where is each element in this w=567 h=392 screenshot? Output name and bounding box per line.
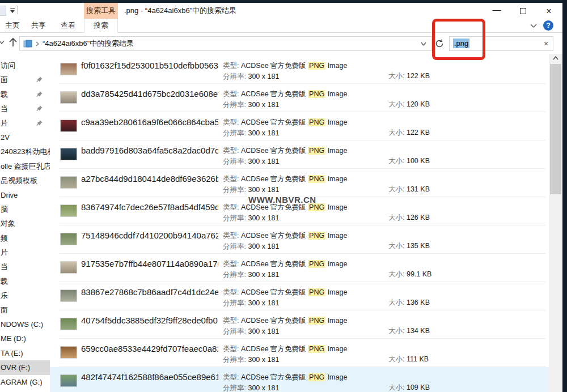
size-value: 99.1 KB (407, 270, 431, 278)
resolution-label: 分辨率: (223, 73, 246, 80)
file-name: f0f01632f15d253001b510defbb0563... (81, 61, 218, 70)
type-suffix: Image (328, 62, 348, 70)
search-results-folder-icon (23, 40, 32, 48)
type-suffix: Image (328, 175, 348, 183)
sidebar-item[interactable]: 面 (0, 303, 50, 317)
sidebar-item[interactable]: 对象 (0, 216, 50, 231)
sidebar-item[interactable]: 品视频模板 (0, 173, 50, 188)
file-row[interactable]: 482f47474f162588f86ae055ce89e61c...类型: A… (50, 367, 549, 392)
recent-locations-chevron-icon[interactable] (0, 40, 5, 45)
sidebar-item[interactable]: 当 (0, 259, 50, 274)
sidebar-item-label: 访问 (1, 61, 15, 70)
type-label: 类型: (223, 260, 239, 268)
file-name: dd3a785425d41d675bc2d031e608ef... (81, 89, 218, 99)
sidebar-item[interactable]: 频 (0, 231, 50, 245)
file-resolution-line: 分辨率: 300 x 181 (223, 128, 347, 139)
type-label: 类型: (223, 175, 239, 183)
quick-access-dropdown-icon[interactable] (9, 7, 16, 14)
type-highlight: PNG (308, 345, 325, 353)
type-label: 类型: (223, 288, 239, 296)
sidebar-item[interactable]: olle 盗摄巨乳店 (0, 159, 50, 173)
sidebar-item-label: NDOWS (C:) (1, 320, 43, 329)
help-icon[interactable]: ? (543, 20, 553, 31)
sidebar-item[interactable]: 片 (0, 245, 50, 259)
minimize-button[interactable]: — (489, 6, 505, 16)
tab-share[interactable]: 共享 (26, 19, 51, 32)
sidebar-item-label: olle 盗摄巨乳店 (1, 162, 51, 171)
vertical-scrollbar[interactable] (549, 54, 562, 392)
refresh-icon[interactable] (434, 39, 445, 49)
close-button[interactable]: × (541, 6, 557, 16)
size-label: 大小: (388, 129, 404, 137)
file-row[interactable]: a27bc844d9d180414de8df69e3626b...类型: ACD… (50, 169, 549, 197)
sidebar-item[interactable]: 当 (0, 101, 50, 116)
scrollbar-thumb[interactable] (550, 64, 561, 194)
type-highlight: PNG (308, 317, 325, 325)
scrollbar-up-arrow-icon[interactable] (549, 54, 562, 63)
tab-view[interactable]: 查看 (56, 19, 81, 32)
size-label: 大小: (388, 72, 404, 80)
file-size: 大小: 109 KB (388, 383, 430, 392)
resolution-value: 300 x 181 (248, 214, 279, 222)
search-tools-contextual-tab[interactable]: 搜索工具 (84, 3, 118, 19)
up-one-level-button[interactable] (7, 36, 19, 49)
navigation-sidebar: 访问面载当片2V240823科劲电机olle 盗摄巨乳店品视频模板Drive脑对… (0, 54, 50, 392)
type-highlight: PNG (308, 175, 325, 183)
file-row[interactable]: 83867e27868c7b86aadf7c4d1dc24e...类型: ACD… (50, 282, 549, 310)
file-type-line: 类型: ACDSee 官方免费版 PNG Image (223, 117, 347, 128)
file-row[interactable]: f0f01632f15d253001b510defbb0563...类型: AC… (50, 56, 549, 84)
sidebar-item[interactable]: 240823科劲电机 (0, 144, 50, 159)
file-list: f0f01632f15d253001b510defbb0563...类型: AC… (50, 54, 549, 392)
ribbon-expand-chevron-icon[interactable] (530, 23, 538, 28)
sidebar-item[interactable]: 脑 (0, 202, 50, 216)
tab-search-active[interactable]: 搜索 (84, 19, 118, 33)
file-row[interactable]: badd97916d803a64fa5c8a2dac0d7d...类型: ACD… (50, 140, 549, 169)
clear-search-icon[interactable]: × (540, 38, 552, 49)
sidebar-item-label: 面 (1, 75, 8, 84)
sidebar-item[interactable]: 面 (0, 73, 50, 87)
breadcrumb[interactable]: “4a624ai6xb6”中的搜索结果 (43, 37, 134, 50)
file-name: 40754f5ddc3885edf32f9ff28ede0fb0.... (81, 316, 218, 325)
file-row[interactable]: c9aa39eb280616a9f6e066c864cba52...类型: AC… (50, 112, 549, 140)
pin-icon (36, 91, 43, 98)
address-dropdown-chevron-icon[interactable] (420, 41, 427, 46)
type-highlight: PNG (308, 203, 325, 211)
file-size: 大小: 126 KB (388, 213, 430, 223)
tab-home[interactable]: 主页 (0, 19, 25, 32)
type-highlight: PNG (308, 232, 325, 240)
type-label: 类型: (223, 232, 239, 240)
sidebar-item[interactable]: 载 (0, 274, 50, 288)
sidebar-item[interactable]: TA (E:) (0, 346, 50, 360)
file-row[interactable]: 40754f5ddc3885edf32f9ff28ede0fb0....类型: … (50, 310, 549, 339)
file-row[interactable]: 659cc0ae8533e4429fd707feaec0a82...类型: AC… (50, 339, 549, 367)
maximize-button[interactable] (515, 6, 531, 16)
file-row[interactable]: dd3a785425d41d675bc2d031e608ef...类型: ACD… (50, 84, 549, 112)
sidebar-item[interactable]: AGRAM (G:) (0, 375, 50, 389)
search-input[interactable]: .png × (449, 36, 553, 51)
size-label: 大小: (388, 270, 404, 278)
file-row[interactable]: 75148946cddf7d410200b94140a762...类型: ACD… (50, 225, 549, 254)
file-name: 75148946cddf7d410200b94140a762... (81, 231, 218, 240)
size-value: 122 KB (407, 72, 430, 80)
file-meta: 类型: ACDSee 官方免费版 PNG Image分辨率: 300 x 181 (223, 202, 347, 224)
sidebar-item[interactable]: ME (D:) (0, 331, 50, 346)
type-highlight: PNG (308, 373, 325, 381)
sidebar-item[interactable]: 访问 (0, 58, 50, 73)
sidebar-item[interactable]: 乐 (0, 288, 50, 302)
sidebar-item-label: OVR (F:) (1, 363, 30, 372)
title-bar-divider (18, 6, 18, 14)
sidebar-item[interactable]: 2V (0, 130, 50, 144)
sidebar-item[interactable]: 载 (0, 87, 50, 101)
sidebar-item[interactable]: Drive (0, 188, 50, 202)
file-row[interactable]: 917535e7b7ffb44e807114a0890a170...类型: AC… (50, 254, 549, 282)
size-label: 大小: (388, 100, 404, 108)
address-bar[interactable]: “4a624ai6xb6”中的搜索结果 (19, 36, 432, 51)
sidebar-item[interactable]: OVR (F:) (0, 360, 50, 374)
sidebar-item[interactable]: NDOWS (C:) (0, 317, 50, 331)
size-value: 100 KB (407, 157, 430, 165)
resolution-value: 300 x 181 (248, 356, 279, 364)
resolution-value: 300 x 181 (248, 101, 279, 109)
type-highlight: PNG (308, 62, 325, 70)
sidebar-item[interactable]: 片 (0, 116, 50, 130)
file-meta: 类型: ACDSee 官方免费版 PNG Image分辨率: 300 x 181 (223, 259, 347, 280)
